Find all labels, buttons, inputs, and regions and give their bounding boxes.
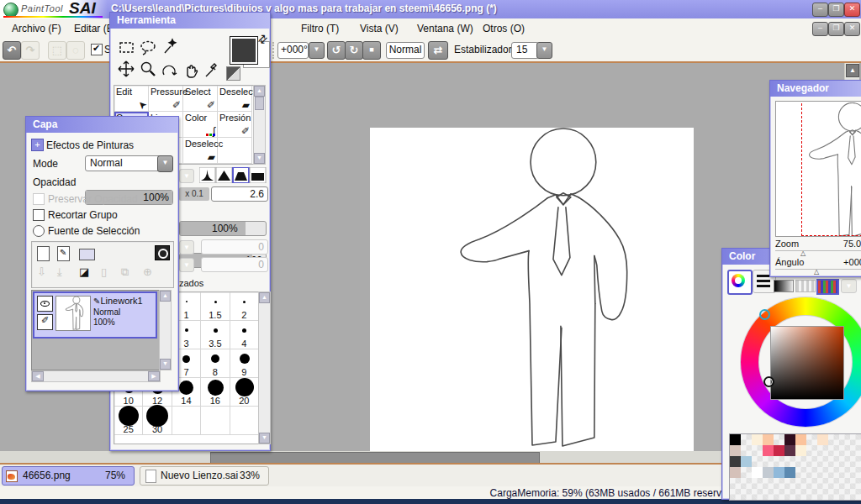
brush-size-value[interactable]: 2.6 bbox=[211, 186, 268, 202]
add-mask-icon[interactable]: ⊕ bbox=[143, 265, 152, 278]
undo-button[interactable]: ↶ bbox=[3, 41, 21, 60]
hue-marker[interactable] bbox=[759, 309, 770, 320]
sv-marker[interactable] bbox=[763, 376, 774, 387]
brush-size-4[interactable]: 4 bbox=[230, 321, 259, 349]
paint-effects-expand-icon[interactable]: + bbox=[31, 139, 44, 151]
scroll-right-arrow[interactable]: ▶ bbox=[148, 371, 160, 381]
swatch-fcf0da[interactable] bbox=[752, 434, 763, 445]
param1-dropdown[interactable]: ▼ bbox=[179, 240, 194, 255]
layer-list-vscrollbar[interactable]: ▲ ▼ bbox=[159, 290, 172, 370]
menu-item-7[interactable]: Vista (V) bbox=[360, 23, 399, 34]
param2-dropdown[interactable]: ▼ bbox=[179, 258, 194, 272]
scroll-down-arrow[interactable]: ▼ bbox=[259, 433, 270, 444]
scroll-up-button[interactable]: ▲ bbox=[846, 64, 859, 77]
flip-view-button[interactable]: ⇄ bbox=[428, 41, 448, 60]
scroll-up-arrow[interactable]: ▲ bbox=[259, 292, 270, 303]
tool-cell-deselect[interactable]: Deselect▰ bbox=[218, 86, 252, 112]
document-tab-2[interactable]: Nuevo Lienzo.sai33% bbox=[140, 466, 269, 486]
opacity-slider[interactable]: 100% bbox=[179, 221, 267, 236]
swatch-fbc39c[interactable] bbox=[795, 434, 806, 445]
minimize-button[interactable]: – bbox=[812, 3, 828, 17]
swatch-000000[interactable] bbox=[730, 434, 741, 445]
view-mode-field[interactable]: Normal bbox=[386, 42, 425, 59]
swatch-f95c7f[interactable] bbox=[763, 445, 774, 456]
zoom-slider-marker[interactable]: △ bbox=[800, 249, 806, 257]
layer-mask-icon[interactable] bbox=[155, 245, 170, 260]
brush-size-3.5[interactable]: 3.5 bbox=[201, 321, 230, 349]
scroll-thumb[interactable] bbox=[255, 97, 264, 110]
swatches-tab[interactable] bbox=[816, 279, 839, 295]
maximize-button[interactable]: ❐ bbox=[828, 3, 844, 17]
swatch-5c8ab1[interactable] bbox=[784, 467, 795, 478]
layer-panel-title[interactable]: Capa bbox=[26, 117, 178, 133]
swatch-fce2c9[interactable] bbox=[817, 434, 828, 445]
brush-size-9[interactable]: 9 bbox=[230, 349, 259, 378]
size-multiplier-badge[interactable]: x 0.1 bbox=[179, 187, 209, 201]
brush-size-30[interactable]: 30 bbox=[143, 407, 172, 435]
redo-button[interactable]: ↷ bbox=[21, 41, 40, 60]
close-button[interactable]: ✕ bbox=[844, 3, 860, 17]
transparent-color-swatch[interactable] bbox=[226, 66, 240, 81]
brush-size-1.5[interactable]: 1.5 bbox=[201, 292, 230, 321]
swatch-2f0d1d[interactable] bbox=[784, 434, 795, 445]
tool-icons[interactable] bbox=[117, 36, 228, 80]
scroll-up-arrow[interactable]: ▲ bbox=[254, 86, 265, 97]
layer-visibility-toggle[interactable] bbox=[37, 296, 53, 312]
new-folder-icon[interactable] bbox=[79, 249, 95, 260]
tool-cell-presión[interactable]: Presión✐ bbox=[218, 112, 252, 138]
saturation-value-square[interactable] bbox=[770, 326, 844, 400]
stabilizer-dropdown-button[interactable]: ▼ bbox=[536, 42, 552, 59]
dotted-bar-tab[interactable] bbox=[795, 280, 816, 292]
swatch-c3cad2[interactable] bbox=[763, 467, 774, 478]
new-linework-layer-icon[interactable]: ✎ bbox=[57, 246, 70, 261]
scroll-up-arrow[interactable]: ▲ bbox=[160, 291, 171, 302]
scroll-down-arrow[interactable]: ▼ bbox=[254, 153, 265, 164]
tool-grid-scrollbar[interactable]: ▲ ▼ bbox=[253, 85, 266, 165]
swatch-a9cade[interactable] bbox=[741, 456, 752, 467]
swatch-fcf0d8[interactable] bbox=[795, 445, 806, 456]
canvas-rotation-field[interactable]: +000° bbox=[277, 42, 309, 59]
invert-selection-button[interactable]: ◌ bbox=[66, 41, 85, 60]
merge-down-icon[interactable]: ⤓ bbox=[57, 265, 62, 279]
clear-layer-icon[interactable]: ◪ bbox=[79, 265, 89, 278]
swatch-ffffff[interactable] bbox=[752, 467, 763, 478]
swatch-3b3b3b[interactable] bbox=[730, 456, 741, 467]
blend-mode-value[interactable]: Normal bbox=[85, 155, 161, 171]
transfer-down-icon[interactable]: ⇩ bbox=[37, 265, 46, 278]
brush-size-16[interactable]: 16 bbox=[201, 378, 230, 407]
gradient-bar-tab[interactable] bbox=[774, 280, 794, 292]
foreground-color-swatch[interactable] bbox=[230, 36, 258, 65]
tool-cell-pressure[interactable]: Pressure✐ bbox=[149, 86, 183, 112]
brush-shape-buttons[interactable] bbox=[199, 167, 267, 183]
tool-panel-title[interactable]: Herramienta bbox=[110, 13, 270, 29]
swatch-5a3045[interactable] bbox=[784, 445, 795, 456]
deselect-button[interactable]: ⬚ bbox=[48, 41, 66, 60]
new-layer-icon[interactable] bbox=[37, 246, 50, 261]
delete-layer-icon[interactable]: ▯ bbox=[101, 265, 107, 278]
swatch-fbc7a3[interactable] bbox=[763, 434, 774, 445]
menu-item-9[interactable]: Otros (O) bbox=[483, 23, 525, 34]
rotate-ccw-button[interactable]: ↺ bbox=[327, 41, 346, 60]
canvas[interactable] bbox=[370, 128, 694, 451]
scroll-left-arrow[interactable]: ◀ bbox=[32, 371, 44, 381]
layer-list-hscrollbar[interactable]: ◀ ▶ bbox=[31, 370, 161, 382]
scroll-down-arrow[interactable]: ▼ bbox=[160, 359, 171, 370]
swatch-d5c1b9[interactable] bbox=[730, 467, 741, 478]
tool-cell-select[interactable]: Select✐ bbox=[183, 86, 218, 112]
tool-cell-color[interactable]: Colorʃ bbox=[183, 112, 218, 138]
preserve-opacity-checkbox[interactable] bbox=[33, 193, 45, 205]
navigator-preview[interactable] bbox=[775, 101, 861, 237]
reset-rotation-button[interactable]: ■ bbox=[362, 41, 381, 60]
navigator-viewport-rect[interactable] bbox=[801, 101, 861, 236]
rotate-cw-button[interactable]: ↻ bbox=[345, 41, 363, 60]
navigator-panel-title[interactable]: Navegador bbox=[770, 81, 861, 97]
selection-checkbox[interactable]: ✔ bbox=[91, 44, 103, 55]
angle-slider-marker[interactable]: △ bbox=[814, 268, 819, 276]
blend-mode-dropdown[interactable]: ▼ bbox=[157, 155, 173, 172]
swatch-90b9da[interactable] bbox=[774, 467, 784, 478]
tool-cell-deselecc[interactable]: Deselecc▰ bbox=[183, 138, 218, 164]
menu-item-6[interactable]: Filtro (T) bbox=[301, 23, 339, 34]
layer-item-linework1[interactable]: ✐ ✎Linework1 Normal 100% bbox=[33, 291, 157, 339]
brush-size-8[interactable]: 8 bbox=[201, 349, 230, 378]
brush-size-2[interactable]: 2 bbox=[230, 292, 259, 321]
